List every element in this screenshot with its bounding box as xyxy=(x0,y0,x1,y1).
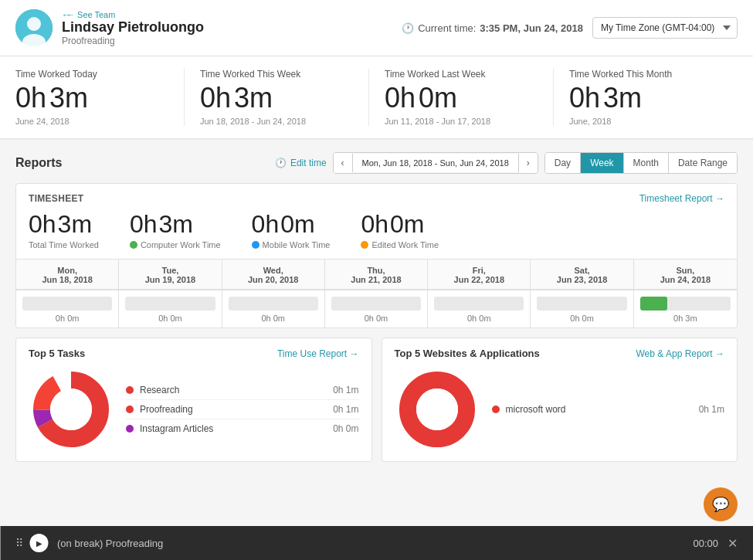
time-use-report-link[interactable]: Time Use Report → xyxy=(277,348,359,359)
tasks-donut-chart xyxy=(29,367,114,452)
task-name: Instagram Articles xyxy=(140,423,327,434)
cal-day-cell[interactable]: 0h 0m xyxy=(119,290,222,328)
cal-time: 0h 3m xyxy=(640,314,731,323)
user-role: Proofreading xyxy=(62,36,204,46)
svg-point-1 xyxy=(27,17,41,31)
apps-donut-chart xyxy=(395,367,480,452)
timesheet-panel-header: Timesheet Timesheet Report → xyxy=(16,184,737,204)
ts-computer-label: Computer Work Time xyxy=(130,240,221,249)
stat-month-mins: 3m xyxy=(603,84,642,112)
stat-week-label: Time Worked This Week xyxy=(200,69,353,80)
task-dot xyxy=(126,425,134,433)
cal-bar-wrap xyxy=(331,297,421,311)
cal-day-cell[interactable]: 0h 0m xyxy=(531,290,633,328)
svg-point-8 xyxy=(416,389,458,430)
apps-panel-header: Top 5 Websites & Applications Web & App … xyxy=(395,348,725,359)
header-right: 🕐 Current time: 3:35 PM, Jun 24, 2018 My… xyxy=(402,17,738,39)
cal-day-cell[interactable]: 0h 0m xyxy=(428,290,531,328)
avatar xyxy=(15,9,53,46)
cal-day-header: Sun,Jun 24, 2018 xyxy=(634,260,737,289)
cal-bar-wrap xyxy=(22,297,112,311)
see-team-label: ← See Team xyxy=(66,10,115,19)
top5-apps-panel: Top 5 Websites & Applications Web & App … xyxy=(382,338,738,462)
cal-bar-fill xyxy=(640,297,667,311)
timesheet-panel: Timesheet Timesheet Report → 0h 3m Total… xyxy=(15,183,738,328)
task-time: 0h 1m xyxy=(333,385,358,395)
view-week-button[interactable]: Week xyxy=(581,153,623,173)
view-month-button[interactable]: Month xyxy=(624,153,669,173)
stat-week-mins: 3m xyxy=(234,84,273,112)
cal-time: 0h 0m xyxy=(434,314,524,323)
web-app-report-link[interactable]: Web & App Report → xyxy=(636,348,724,359)
ts-edited-mins: 0m xyxy=(390,210,424,239)
ts-computer-value: 0h 3m xyxy=(130,210,221,239)
task-name: Research xyxy=(140,385,327,395)
ts-edited-value: 0h 0m xyxy=(361,210,439,239)
apps-panel-title: Top 5 Websites & Applications xyxy=(395,348,540,359)
timezone-wrapper: My Time Zone (GMT-04:00) xyxy=(592,17,738,39)
cal-day-header: Mon,Jun 18, 2018 xyxy=(16,260,119,289)
see-team-link[interactable]: ← ← See Team xyxy=(62,10,204,19)
timesheet-report-link[interactable]: Timesheet Report → xyxy=(639,193,724,204)
mobile-dot xyxy=(252,241,259,249)
header-left: ← ← See Team Lindsay Pietroluongo Proofr… xyxy=(15,9,204,46)
top5-tasks-panel: Top 5 Tasks Time Use Report → Research 0… xyxy=(15,338,372,462)
svg-point-6 xyxy=(50,389,92,430)
ts-total-mins: 3m xyxy=(58,210,92,239)
stat-month-value: 0h 3m xyxy=(569,84,722,112)
date-nav-prev[interactable]: ‹ xyxy=(334,153,352,173)
edit-time-icon: 🕐 xyxy=(275,158,287,168)
user-name: Lindsay Pietroluongo xyxy=(62,19,204,36)
ts-mobile-mins: 0m xyxy=(280,210,314,239)
cal-time: 0h 0m xyxy=(537,314,626,323)
stat-month-date: June, 2018 xyxy=(569,117,722,126)
stat-week: Time Worked This Week 0h 3m Jun 18, 2018… xyxy=(185,69,369,126)
cal-day-cell[interactable]: 0h 3m xyxy=(634,290,737,328)
stat-last-week-hours: 0h xyxy=(385,84,416,112)
app-time: 0h 1m xyxy=(699,404,724,415)
tasks-content: Research 0h 1m Proofreading 0h 1m Instag… xyxy=(29,367,359,452)
ts-computer-mins: 3m xyxy=(158,210,192,239)
stat-month-label: Time Worked This Month xyxy=(569,69,722,80)
view-date-range-button[interactable]: Date Range xyxy=(669,153,737,173)
stat-today-value: 0h 3m xyxy=(15,84,168,112)
cal-day-cell[interactable]: 0h 0m xyxy=(222,290,325,328)
task-item: Research 0h 1m xyxy=(126,381,359,400)
task-item: Instagram Articles 0h 0m xyxy=(126,419,359,438)
cal-day-header: Wed,Jun 20, 2018 xyxy=(222,260,325,289)
current-time: 🕐 Current time: 3:35 PM, Jun 24, 2018 xyxy=(402,22,583,34)
ts-edited: 0h 0m Edited Work Time xyxy=(361,210,439,249)
task-item: Proofreading 0h 1m xyxy=(126,400,359,419)
task-time: 0h 1m xyxy=(333,404,358,415)
stat-week-value: 0h 3m xyxy=(200,84,353,112)
cal-day-cell[interactable]: 0h 0m xyxy=(16,290,119,328)
calendar-grid-body: 0h 0m 0h 0m 0h 0m 0h 0m 0h 0m 0h 0m 0h 3… xyxy=(16,289,737,328)
app-dot xyxy=(492,406,500,413)
cal-day-header: Sat,Jun 23, 2018 xyxy=(531,260,633,289)
view-day-button[interactable]: Day xyxy=(545,153,581,173)
stat-last-week-mins: 0m xyxy=(419,84,457,112)
edited-dot xyxy=(361,241,368,249)
apps-list: microsoft word 0h 1m xyxy=(492,400,725,419)
tasks-panel-header: Top 5 Tasks Time Use Report → xyxy=(29,348,359,359)
ts-edited-label: Edited Work Time xyxy=(361,240,439,249)
task-time: 0h 0m xyxy=(333,423,358,434)
cal-time: 0h 0m xyxy=(125,314,215,323)
cal-day-cell[interactable]: 0h 0m xyxy=(325,290,428,328)
stat-today-date: June 24, 2018 xyxy=(15,117,168,126)
cal-bar-wrap xyxy=(537,297,626,311)
timezone-select[interactable]: My Time Zone (GMT-04:00) xyxy=(592,17,738,39)
user-info: ← ← See Team Lindsay Pietroluongo Proofr… xyxy=(62,10,204,46)
timesheet-stats: 0h 3m Total Time Worked 0h 3m Computer W… xyxy=(16,204,737,259)
ts-mobile-value: 0h 0m xyxy=(252,210,331,239)
date-nav-next[interactable]: › xyxy=(519,153,538,173)
ts-mobile-label: Mobile Work Time xyxy=(252,240,331,249)
cal-time: 0h 0m xyxy=(229,314,318,323)
reports-header: Reports 🕐 Edit time ‹ Mon, Jun 18, 2018 … xyxy=(15,152,738,174)
tasks-panel-title: Top 5 Tasks xyxy=(29,348,85,359)
reports-title: Reports xyxy=(15,156,62,170)
edit-time-button[interactable]: 🕐 Edit time xyxy=(275,158,327,168)
task-dot xyxy=(126,386,134,394)
stat-month: Time Worked This Month 0h 3m June, 2018 xyxy=(554,69,738,126)
app-name: microsoft word xyxy=(506,404,693,415)
